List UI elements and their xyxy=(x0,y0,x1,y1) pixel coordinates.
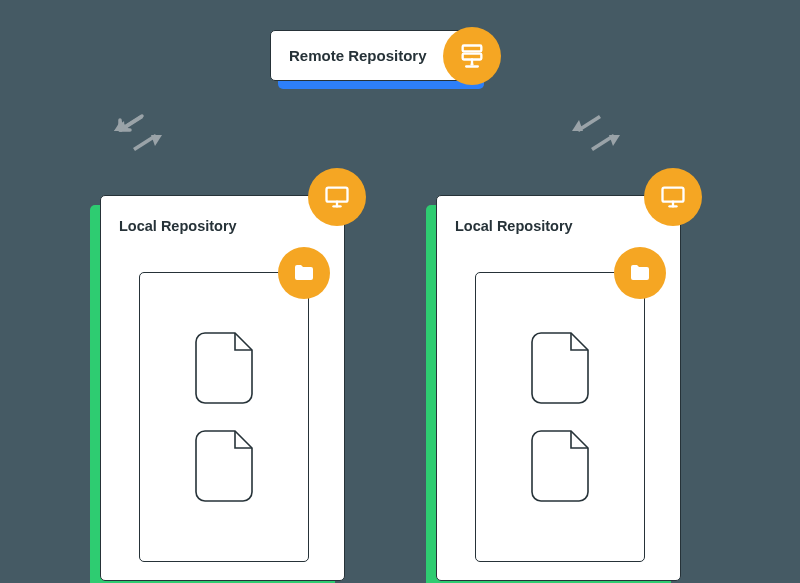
server-icon xyxy=(443,27,501,85)
working-folder: html css xyxy=(475,272,645,562)
local-repository-left: Local Repository html css xyxy=(100,195,345,581)
remote-label: Remote Repository xyxy=(289,47,427,64)
svg-rect-14 xyxy=(663,188,684,202)
file-html: html xyxy=(531,332,589,404)
folder-icon xyxy=(614,247,666,299)
svg-rect-11 xyxy=(327,188,348,202)
sync-arrows-right xyxy=(566,112,626,154)
svg-marker-8 xyxy=(151,135,162,146)
local-box: Local Repository html css xyxy=(100,195,345,581)
file-css: css xyxy=(195,430,253,502)
svg-point-4 xyxy=(471,63,474,66)
sync-arrows-left xyxy=(108,112,168,154)
folder-icon xyxy=(278,247,330,299)
svg-marker-9 xyxy=(572,120,583,131)
local-box: Local Repository html css xyxy=(436,195,681,581)
file-css: css xyxy=(531,430,589,502)
svg-marker-10 xyxy=(609,135,620,146)
svg-rect-0 xyxy=(463,46,482,52)
remote-box: Remote Repository xyxy=(270,30,476,81)
monitor-icon xyxy=(308,168,366,226)
local-repository-right: Local Repository html css xyxy=(436,195,681,581)
local-label: Local Repository xyxy=(119,218,326,234)
file-html: html xyxy=(195,332,253,404)
monitor-icon xyxy=(644,168,702,226)
working-folder: html css xyxy=(139,272,309,562)
local-label: Local Repository xyxy=(455,218,662,234)
remote-repository: Remote Repository xyxy=(270,30,476,81)
